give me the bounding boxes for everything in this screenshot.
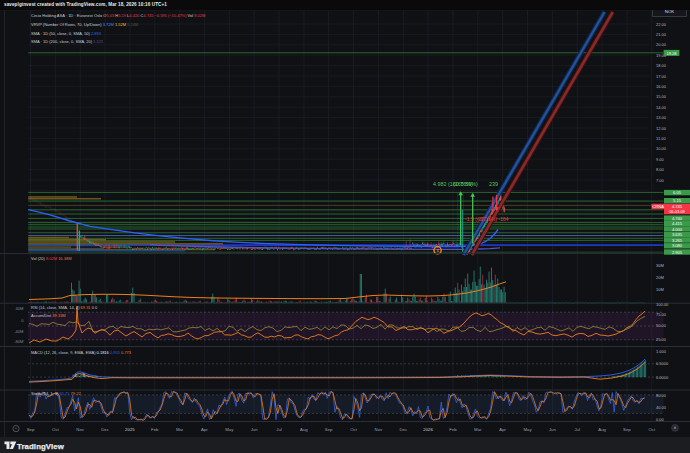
svg-text:Circio Holding ASA · 1D · Euro: Circio Holding ASA · 1D · Euronext Oslo … xyxy=(31,13,205,18)
svg-text:1.000: 1.000 xyxy=(656,349,667,354)
svg-text:2026: 2026 xyxy=(423,427,433,432)
svg-text:2.905: 2.905 xyxy=(672,250,683,255)
svg-text:Oct: Oct xyxy=(648,427,655,432)
svg-text:40.00: 40.00 xyxy=(656,405,667,410)
svg-text:May: May xyxy=(225,427,234,432)
svg-text:7.00: 7.00 xyxy=(656,178,665,183)
svg-text:06-03-09: 06-03-09 xyxy=(669,209,685,214)
svg-text:4.415: 4.415 xyxy=(672,221,683,226)
svg-text:Nov: Nov xyxy=(375,427,383,432)
svg-text:5.15: 5.15 xyxy=(673,198,682,203)
svg-text:6.05: 6.05 xyxy=(673,190,682,195)
svg-text:CRNA: CRNA xyxy=(652,204,664,209)
svg-text:18.00: 18.00 xyxy=(656,63,667,68)
svg-text:Mar: Mar xyxy=(176,427,184,432)
svg-text:MACD (12, 26, close, 9, EMA, E: MACD (12, 26, close, 9, EMA, EMA) 0.1816… xyxy=(31,350,132,355)
svg-text:40M: 40M xyxy=(16,306,25,311)
svg-text:17.00: 17.00 xyxy=(656,74,667,79)
svg-text:TradingView: TradingView xyxy=(17,442,65,451)
svg-text:Jul: Jul xyxy=(276,427,282,432)
svg-text:Apr: Apr xyxy=(201,427,208,432)
svg-text:SMA · 1D (50, close, 0, SMA, 5: SMA · 1D (50, close, 0, SMA, 50) 2.893 xyxy=(31,31,102,36)
svg-text:15.00: 15.00 xyxy=(656,94,667,99)
svg-text:Accum/Dist 39.33M: Accum/Dist 39.33M xyxy=(31,313,66,318)
svg-text:14.00: 14.00 xyxy=(656,105,667,110)
svg-text:50.00: 50.00 xyxy=(656,323,667,328)
svg-text:Jun: Jun xyxy=(549,427,557,432)
svg-text:(165.59%): (165.59%) xyxy=(453,181,478,187)
svg-text:100.00: 100.00 xyxy=(656,302,669,307)
svg-text:Dec: Dec xyxy=(101,427,109,432)
svg-text:0.00: 0.00 xyxy=(656,417,665,422)
svg-text:RSI (14, close, SMA, 14, 2) 69: RSI (14, close, SMA, 14, 2) 69.31 0 0 xyxy=(31,305,98,310)
svg-text:21.00: 21.00 xyxy=(656,32,667,37)
svg-text:VRVP (Number Of Rows, 70, Up/D: VRVP (Number Of Rows, 70, Up/Down) 3.72M… xyxy=(31,22,138,27)
svg-text:239: 239 xyxy=(489,181,498,187)
svg-text:80.00: 80.00 xyxy=(656,393,667,398)
svg-text:Aug: Aug xyxy=(300,427,308,432)
svg-text:0.5000: 0.5000 xyxy=(656,361,669,366)
svg-text:20M: 20M xyxy=(656,275,664,280)
svg-text:-80M: -80M xyxy=(14,339,24,344)
svg-text:3.080: 3.080 xyxy=(672,243,683,248)
svg-text:(-27.1: (-27.1 xyxy=(477,216,490,222)
svg-text:Aug: Aug xyxy=(598,427,606,432)
svg-text:Sep: Sep xyxy=(325,427,333,432)
svg-text:30M: 30M xyxy=(656,263,664,268)
svg-text:Oct: Oct xyxy=(52,427,59,432)
svg-text:16.00: 16.00 xyxy=(656,84,667,89)
svg-text:May: May xyxy=(523,427,532,432)
svg-text:11.00: 11.00 xyxy=(656,136,666,141)
svg-text:3.265: 3.265 xyxy=(672,238,683,243)
svg-text:Nov: Nov xyxy=(76,427,84,432)
svg-text:Feb: Feb xyxy=(151,427,159,432)
svg-text:Dec: Dec xyxy=(399,427,407,432)
svg-text:4.000: 4.000 xyxy=(672,227,683,232)
svg-text:SMA · 1D (200, close, 0, SMA,: SMA · 1D (200, close, 0, SMA, 20) 1.121 xyxy=(31,39,104,44)
svg-text:0.0000: 0.0000 xyxy=(656,375,669,380)
svg-text:Stoch (14, 1, 3) 65.75 79.22: Stoch (14, 1, 3) 65.75 79.22 xyxy=(31,391,81,396)
svg-text:2025: 2025 xyxy=(125,427,135,432)
svg-text:4.740: 4.740 xyxy=(672,216,683,221)
svg-text:9.00: 9.00 xyxy=(656,157,665,162)
svg-text:10M: 10M xyxy=(656,287,664,292)
svg-text:13.00: 13.00 xyxy=(656,115,667,120)
svg-text:Vol (20) 8.02M 16.38M: Vol (20) 8.02M 16.38M xyxy=(31,256,71,261)
svg-text:22.00: 22.00 xyxy=(656,22,667,27)
svg-text:12.00: 12.00 xyxy=(656,126,667,131)
svg-text:Apr: Apr xyxy=(499,427,506,432)
svg-text:Mar: Mar xyxy=(474,427,482,432)
svg-text:Sep: Sep xyxy=(27,427,35,432)
svg-text:Jul: Jul xyxy=(574,427,580,432)
svg-text:-40M: -40M xyxy=(14,329,24,334)
svg-text:8.00: 8.00 xyxy=(656,167,665,172)
svg-text:25.00: 25.00 xyxy=(656,337,667,342)
svg-text:20.00: 20.00 xyxy=(656,42,667,47)
svg-text:Jun: Jun xyxy=(251,427,259,432)
svg-text:Sep: Sep xyxy=(623,427,631,432)
svg-text:NOK: NOK xyxy=(665,9,675,14)
svg-text:Oct: Oct xyxy=(350,427,357,432)
svg-text:75.00: 75.00 xyxy=(656,312,667,317)
svg-text:3.635: 3.635 xyxy=(672,232,683,237)
svg-text:19.28: 19.28 xyxy=(666,51,677,56)
svg-text:10.00: 10.00 xyxy=(656,146,667,151)
svg-text:Feb: Feb xyxy=(449,427,457,432)
